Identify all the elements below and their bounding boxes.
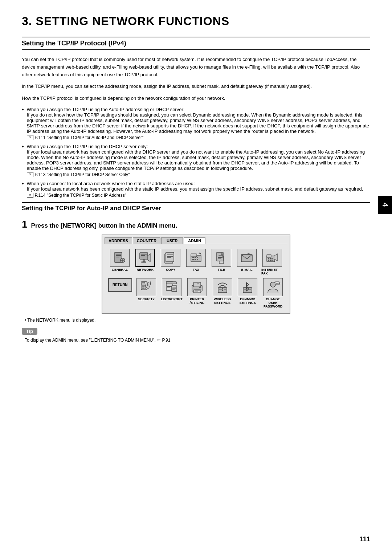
svg-rect-27 — [218, 256, 222, 256]
bullet-label-2: When you assign the TCP/IP using the DHC… — [27, 144, 148, 149]
svg-rect-71 — [249, 289, 251, 290]
bullet-item-1: When you assign the TCP/IP using the Aut… — [22, 107, 370, 140]
svg-rect-39 — [271, 260, 273, 261]
svg-rect-38 — [270, 260, 271, 261]
svg-point-72 — [270, 282, 275, 287]
ref-text-3: P.114 "Setting the TCP/IP for Static IP … — [35, 193, 126, 198]
bullet-label-1: When you assign the TCP/IP using the Aut… — [27, 107, 185, 112]
ui-panel: ADDRESS COUNTER USER ADMIN GENERAL — [102, 235, 290, 314]
tip-text: To display the ADMIN menu, see "1.ENTERI… — [25, 338, 370, 343]
svg-rect-34 — [268, 258, 269, 259]
icon-fax[interactable]: FAX — [185, 249, 207, 275]
icon-general[interactable]: GENERAL — [109, 249, 131, 275]
svg-rect-67 — [224, 289, 226, 290]
icon-network[interactable]: NETWORK — [134, 249, 156, 275]
svg-rect-51 — [167, 288, 170, 288]
svg-rect-14 — [167, 254, 173, 255]
tip-box: Tip — [22, 328, 370, 335]
svg-rect-59 — [193, 290, 201, 293]
svg-rect-70 — [246, 289, 248, 290]
icon-wireless-label: WIRELESS SETTINGS — [214, 297, 231, 305]
section2-heading: Setting the TCP/IP for Auto-IP and DHCP … — [22, 202, 370, 214]
icon-bluetooth-label: Bluetooth SETTINGS — [240, 297, 256, 305]
svg-point-64 — [222, 288, 223, 289]
svg-rect-11 — [142, 262, 146, 262]
tab-user[interactable]: USER — [161, 237, 183, 244]
icon-security[interactable]: SECURITY — [136, 278, 158, 308]
svg-rect-24 — [197, 259, 198, 260]
tab-address[interactable]: ADDRESS — [105, 237, 132, 244]
icon-list-report-label: LIST/REPORT — [161, 297, 183, 301]
icon-security-label: SECURITY — [138, 297, 155, 301]
svg-rect-20 — [195, 257, 196, 258]
ui-panel-tabs: ADDRESS COUNTER USER ADMIN — [105, 237, 287, 244]
svg-rect-23 — [195, 259, 196, 260]
svg-rect-35 — [270, 258, 271, 259]
icon-printer[interactable]: PRINTER /E-FILING — [186, 278, 208, 308]
svg-rect-50 — [167, 286, 172, 287]
svg-text:ADM: ADM — [275, 282, 280, 285]
ref-block-3: ☞ P.114 "Setting the TCP/IP for Static I… — [27, 193, 363, 198]
svg-rect-66 — [221, 289, 223, 290]
svg-rect-53 — [172, 286, 177, 292]
icon-bluetooth[interactable]: Bluetooth SETTINGS — [237, 278, 259, 308]
icon-change-user[interactable]: ADM CHANGE USER PASSWORD — [262, 278, 284, 308]
section1-para2: In the TCP/IP menu, you can select the a… — [22, 83, 370, 90]
svg-rect-58 — [193, 282, 201, 287]
ui-icons-row2: RETURN SECURITY — [105, 278, 287, 311]
svg-rect-33 — [267, 254, 271, 257]
svg-rect-49 — [167, 285, 172, 285]
icon-general-label: GENERAL — [112, 268, 128, 272]
ref-text-1: P.111 "Setting the TCP/IP for Auto-IP an… — [35, 135, 144, 140]
bullet-body-3: If your local area network has been conf… — [27, 186, 363, 192]
svg-rect-8 — [141, 254, 147, 254]
icon-network-label: NETWORK — [137, 268, 154, 272]
step1-heading: 1 Press the [NETWORK] button in the ADMI… — [22, 219, 370, 229]
icon-email-label: E-MAIL — [241, 268, 253, 272]
icon-list-report[interactable]: LIST/REPORT — [161, 278, 183, 308]
svg-point-46 — [147, 284, 148, 286]
svg-rect-28 — [218, 257, 222, 258]
section1-heading: Setting the TCP/IP Protocol (IPv4) — [22, 37, 370, 50]
svg-rect-62 — [195, 292, 198, 292]
ref-block-1: ☞ P.111 "Setting the TCP/IP for Auto-IP … — [27, 135, 370, 140]
svg-rect-2 — [116, 255, 121, 256]
svg-rect-44 — [142, 288, 144, 290]
step-number: 1 — [22, 219, 28, 229]
return-button[interactable]: RETURN — [108, 278, 132, 292]
side-tab: 4 — [378, 196, 392, 214]
book-icon-3: ☞ — [27, 193, 33, 198]
bullet-label-3: When you connect to local area network w… — [27, 181, 195, 186]
page-number: 111 — [359, 535, 370, 543]
ref-block-2: ☞ P.113 "Setting the TCP/IP for DHCP Ser… — [27, 172, 370, 177]
icon-wireless[interactable]: WIRELESS SETTINGS — [212, 278, 233, 308]
tip-label: Tip — [22, 328, 37, 335]
svg-rect-42 — [142, 286, 144, 288]
icon-change-user-label: CHANGE USER PASSWORD — [262, 297, 284, 308]
icon-copy[interactable]: COPY — [160, 249, 181, 275]
ui-icons-row1: GENERAL NETWORK — [105, 246, 287, 278]
icon-file-label: FILE — [218, 268, 225, 272]
icon-internet-fax[interactable]: INTERNET FAX — [261, 249, 283, 275]
svg-rect-1 — [116, 254, 121, 254]
bullet-item-2: When you assign the TCP/IP using the DHC… — [22, 144, 370, 177]
bullet-body-1: If you do not know how the TCP/IP settin… — [27, 112, 370, 134]
icon-fax-label: FAX — [193, 268, 199, 272]
svg-rect-10 — [143, 260, 144, 262]
tab-admin[interactable]: ADMIN — [184, 237, 205, 244]
tab-counter[interactable]: COUNTER — [133, 237, 160, 244]
icon-copy-label: COPY — [166, 268, 175, 272]
bullet-item-3: When you connect to local area network w… — [22, 181, 370, 198]
ref-text-2: P.113 "Setting the TCP/IP for DHCP Serve… — [35, 172, 130, 177]
icon-internet-fax-label: INTERNET FAX — [261, 268, 283, 275]
page-title: 3. SETTING NETWORK FUNCTIONS — [22, 15, 370, 28]
icon-file[interactable]: FILE — [211, 249, 232, 275]
svg-rect-15 — [167, 256, 173, 257]
svg-rect-3 — [116, 257, 119, 257]
icon-email[interactable]: E-MAIL — [236, 249, 258, 275]
book-icon-1: ☞ — [27, 135, 33, 140]
bullet-body-2: If your local area network has been conf… — [27, 149, 370, 171]
svg-rect-19 — [192, 257, 194, 258]
svg-rect-16 — [167, 257, 171, 258]
svg-rect-37 — [268, 260, 269, 261]
